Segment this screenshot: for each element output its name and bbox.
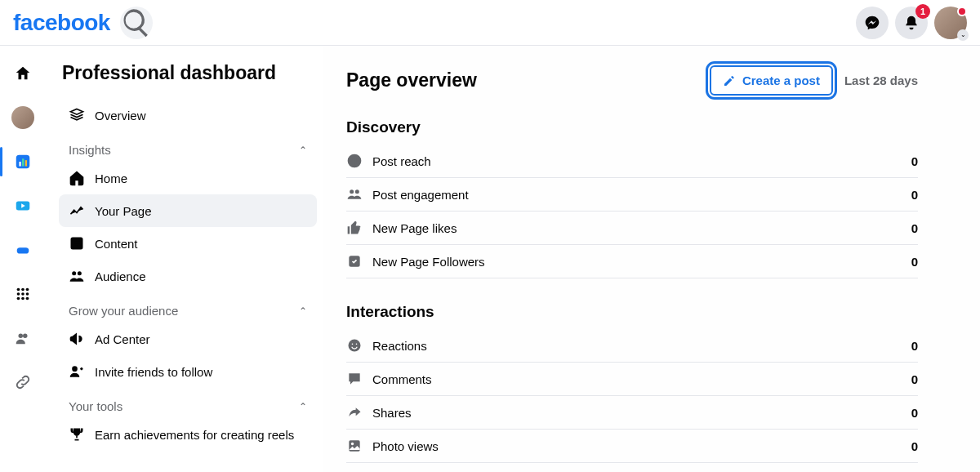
metric-value: 0	[911, 439, 918, 453]
page-title: Page overview	[346, 69, 477, 91]
svg-rect-2	[22, 158, 24, 166]
sidebar-section-insights[interactable]: Insights ⌃	[59, 131, 317, 162]
create-post-button[interactable]: Create a post	[710, 65, 833, 96]
svg-point-23	[355, 189, 359, 194]
rail-menu[interactable]	[8, 279, 38, 309]
home-icon	[14, 65, 32, 82]
video-icon	[14, 197, 32, 215]
sidebar-content[interactable]: Content	[59, 227, 317, 260]
audience-icon	[69, 268, 85, 284]
avatar-dot	[957, 7, 967, 16]
svg-point-29	[351, 443, 354, 445]
trend-icon	[69, 203, 85, 219]
follower-icon	[346, 253, 363, 269]
metric-label: Photo views	[372, 439, 439, 453]
svg-point-11	[26, 292, 29, 296]
share-icon	[346, 404, 363, 421]
search-icon	[120, 7, 153, 39]
metric-comments[interactable]: Comments 0	[346, 363, 918, 396]
sidebar-section-tools[interactable]: Your tools ⌃	[59, 388, 317, 418]
metric-reactions[interactable]: Reactions 0	[346, 329, 918, 363]
svg-point-25	[349, 340, 361, 352]
rail-link[interactable]	[8, 367, 38, 397]
messenger-button[interactable]	[856, 7, 889, 39]
svg-point-9	[17, 292, 20, 296]
chevron-up-icon: ⌃	[299, 305, 307, 317]
sidebar-achievements[interactable]: Earn achievements for creating reels	[59, 418, 317, 451]
rail-groups[interactable]	[8, 323, 38, 353]
create-post-label: Create a post	[742, 73, 820, 87]
rail-avatar-icon	[11, 106, 34, 129]
metric-link-clicks[interactable]: Link clicks 0	[346, 463, 918, 472]
top-bar: facebook 1 ⌄	[0, 0, 980, 46]
chevron-up-icon: ⌃	[299, 401, 307, 412]
discovery-section: Discovery Post reach 0 Post engagement 0…	[346, 118, 918, 278]
sidebar-title: Professional dashboard	[59, 62, 317, 84]
metric-post-engagement[interactable]: Post engagement 0	[346, 178, 918, 212]
sidebar-item-label: Ad Center	[95, 332, 150, 346]
svg-point-14	[26, 297, 29, 301]
sidebar-overview[interactable]: Overview	[59, 99, 317, 131]
chevron-down-icon: ⌄	[957, 29, 969, 41]
svg-rect-1	[19, 162, 20, 167]
photo-icon	[346, 438, 363, 454]
metric-new-likes[interactable]: New Page likes 0	[346, 212, 918, 245]
svg-point-12	[17, 297, 20, 301]
sidebar-item-label: Home	[95, 171, 127, 185]
rail-insights[interactable]	[8, 147, 38, 176]
sidebar-invite[interactable]: Invite friends to follow	[59, 355, 317, 388]
metric-value: 0	[911, 372, 918, 386]
comment-icon	[346, 371, 363, 387]
sidebar-section-label: Insights	[69, 143, 111, 157]
metric-label: Post reach	[372, 154, 431, 168]
sidebar-item-label: Earn achievements for creating reels	[95, 428, 294, 442]
sidebar-ad-center[interactable]: Ad Center	[59, 323, 317, 355]
rail-home[interactable]	[8, 59, 38, 88]
metric-value: 0	[911, 406, 918, 420]
metric-value: 0	[911, 221, 918, 235]
svg-point-8	[26, 288, 29, 292]
svg-point-16	[23, 334, 28, 339]
metric-value: 0	[911, 154, 918, 168]
group-icon	[14, 329, 32, 347]
interactions-section: Interactions Reactions 0 Comments 0 Shar…	[346, 303, 918, 472]
smile-icon	[346, 337, 363, 354]
metric-shares[interactable]: Shares 0	[346, 396, 918, 430]
sidebar: Professional dashboard Overview Insights…	[46, 46, 323, 472]
left-rail	[0, 46, 46, 472]
metric-label: Reactions	[372, 339, 427, 353]
invite-icon	[69, 363, 85, 380]
metric-photo-views[interactable]: Photo views 0	[346, 430, 918, 463]
sidebar-your-page[interactable]: Your Page	[59, 194, 317, 227]
sidebar-home[interactable]: Home	[59, 162, 317, 194]
trophy-icon	[69, 426, 85, 443]
interactions-heading: Interactions	[346, 303, 918, 321]
people-icon	[346, 186, 363, 203]
sidebar-audience[interactable]: Audience	[59, 260, 317, 292]
svg-point-22	[350, 189, 354, 194]
metric-label: New Page Followers	[372, 255, 485, 269]
sidebar-item-label: Overview	[95, 109, 146, 122]
rail-video[interactable]	[8, 191, 38, 220]
svg-point-19	[78, 271, 82, 275]
search-button[interactable]	[120, 7, 153, 39]
content-icon	[69, 235, 85, 252]
discovery-heading: Discovery	[346, 118, 918, 136]
svg-point-20	[73, 367, 77, 371]
metric-value: 0	[911, 255, 918, 269]
rail-profile[interactable]	[8, 103, 38, 132]
facebook-logo[interactable]: facebook	[13, 10, 110, 36]
layers-icon	[69, 107, 85, 123]
sidebar-item-label: Content	[95, 237, 138, 251]
rail-gaming[interactable]	[8, 235, 38, 265]
profile-avatar[interactable]: ⌄	[934, 7, 967, 39]
sidebar-section-grow[interactable]: Grow your audience ⌃	[59, 292, 317, 323]
metric-label: Post engagement	[372, 188, 469, 202]
metric-post-reach[interactable]: Post reach 0	[346, 145, 918, 178]
svg-point-6	[17, 288, 20, 292]
sidebar-item-label: Invite friends to follow	[95, 365, 212, 379]
notifications-button[interactable]: 1	[895, 7, 928, 39]
metric-label: Comments	[372, 372, 432, 386]
svg-rect-3	[25, 160, 27, 166]
metric-new-followers[interactable]: New Page Followers 0	[346, 245, 918, 278]
